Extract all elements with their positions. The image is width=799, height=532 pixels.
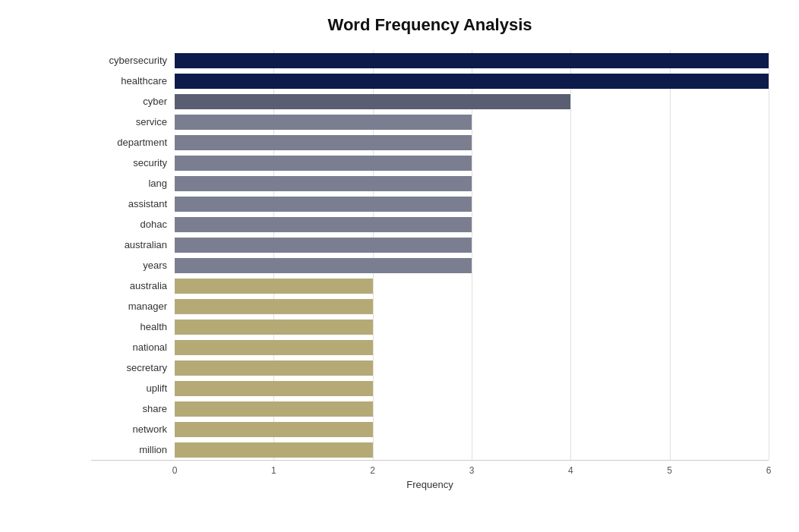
bar-row: dohac [91, 216, 769, 233]
bar-row: security [91, 155, 769, 172]
bar-label: uplift [91, 382, 175, 394]
bar-fill [175, 360, 373, 376]
bar-label: australia [91, 280, 175, 291]
bar-row: national [91, 339, 769, 356]
bar-row: million [91, 442, 769, 458]
bar-track [175, 401, 769, 417]
bar-track [175, 258, 769, 273]
bar-track [175, 176, 769, 191]
bar-track [175, 422, 769, 437]
bar-label: healthcare [91, 75, 175, 87]
bar-fill [175, 115, 472, 130]
bar-label: manager [91, 301, 175, 312]
bar-track [175, 442, 769, 458]
bar-track [175, 360, 769, 376]
bar-label: lang [91, 178, 175, 189]
bar-fill [175, 279, 373, 294]
bar-track [175, 299, 769, 314]
bar-fill [175, 340, 373, 355]
bar-row: manager [91, 298, 769, 315]
bar-label: network [91, 423, 175, 435]
bar-track [175, 135, 769, 150]
bar-fill [175, 176, 472, 191]
bar-row: service [91, 114, 769, 131]
bar-row: healthcare [91, 73, 769, 90]
bar-fill [175, 299, 373, 314]
bar-row: cyber [91, 93, 769, 110]
bar-track [175, 320, 769, 335]
x-axis: 0123456 Frequency [91, 460, 769, 490]
x-tick: 5 [667, 465, 672, 476]
bar-label: million [91, 444, 175, 455]
bar-track [175, 197, 769, 212]
bar-fill [175, 197, 472, 212]
bar-row: cybersecurity [91, 52, 769, 69]
bar-label: dohac [91, 219, 175, 230]
bar-track [175, 217, 769, 232]
bar-fill [175, 135, 472, 150]
x-tick: 0 [172, 465, 178, 476]
chart-container: Word Frequency Analysis cybersecurityhea… [0, 0, 799, 532]
bar-label: service [91, 116, 175, 127]
bar-row: department [91, 134, 769, 151]
bar-fill [175, 381, 373, 396]
bar-track [175, 238, 769, 253]
bar-row: lang [91, 175, 769, 192]
bar-track [175, 156, 769, 171]
x-tick: 4 [568, 465, 573, 476]
bar-fill [175, 401, 373, 417]
bar-fill [175, 53, 769, 68]
bar-track [175, 74, 769, 89]
bar-label: security [91, 157, 175, 168]
bars-wrapper: cybersecurityhealthcarecyberservicedepar… [91, 50, 769, 460]
bar-fill [175, 74, 769, 89]
bar-label: cyber [91, 96, 175, 107]
bar-row: share [91, 401, 769, 417]
bar-row: assistant [91, 196, 769, 212]
x-tick: 1 [271, 465, 276, 476]
bar-row: secretary [91, 360, 769, 376]
bar-label: share [91, 403, 175, 414]
chart-area: cybersecurityhealthcarecyberservicedepar… [91, 50, 769, 490]
bar-label: cybersecurity [91, 55, 175, 66]
bar-row: years [91, 257, 769, 274]
bar-track [175, 340, 769, 355]
bar-track [175, 381, 769, 396]
bar-fill [175, 94, 570, 109]
bar-row: uplift [91, 380, 769, 397]
chart-title: Word Frequency Analysis [91, 15, 769, 35]
bar-label: department [91, 137, 175, 148]
bar-row: health [91, 319, 769, 335]
x-tick: 3 [469, 465, 475, 476]
bar-fill [175, 238, 472, 253]
bar-track [175, 279, 769, 294]
bar-label: health [91, 321, 175, 332]
bar-label: australian [91, 239, 175, 250]
bar-fill [175, 320, 373, 335]
bar-track [175, 115, 769, 130]
bar-label: national [91, 342, 175, 353]
bar-label: assistant [91, 198, 175, 209]
bar-row: australia [91, 278, 769, 294]
x-axis-label: Frequency [91, 479, 769, 490]
bar-row: network [91, 421, 769, 438]
grid-line [769, 50, 769, 460]
bar-fill [175, 156, 472, 171]
bar-fill [175, 442, 373, 458]
bar-label: secretary [91, 362, 175, 373]
bar-track [175, 94, 769, 109]
bar-row: australian [91, 237, 769, 253]
bar-fill [175, 422, 373, 437]
x-tick: 6 [766, 465, 772, 476]
bar-label: years [91, 260, 175, 271]
bar-fill [175, 258, 472, 273]
bar-track [175, 53, 769, 68]
bar-fill [175, 217, 472, 232]
x-axis-line [91, 460, 769, 461]
x-tick: 2 [370, 465, 375, 476]
